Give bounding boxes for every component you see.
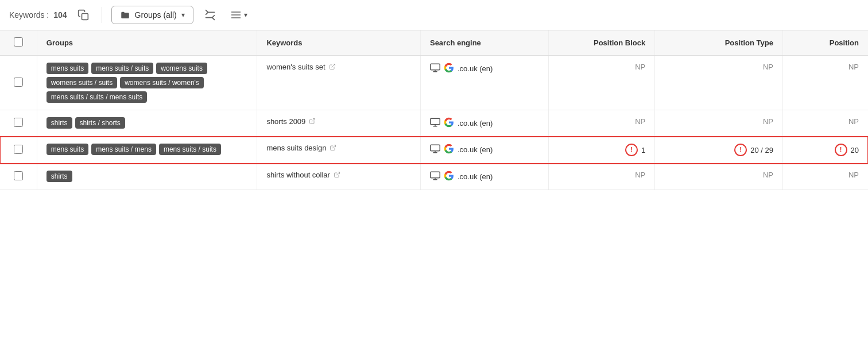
engine-info: .co.uk (en) xyxy=(430,144,539,156)
list-icon xyxy=(230,9,242,21)
monitor-icon xyxy=(430,118,440,129)
google-icon xyxy=(444,171,454,183)
row-keyword-cell: women's suits set xyxy=(257,56,421,110)
keyword-value: mens suits design xyxy=(266,144,326,152)
keywords-number: 104 xyxy=(53,10,67,20)
row-checkbox-1[interactable] xyxy=(14,118,23,127)
external-link-icon[interactable] xyxy=(330,144,336,152)
position-type-value: NP xyxy=(664,63,773,71)
keyword-text: women's suits set xyxy=(266,63,411,71)
svg-rect-17 xyxy=(431,172,440,178)
header-position-type: Position Type xyxy=(655,30,783,56)
row-position-type-cell: NP xyxy=(655,56,783,110)
row-groups-cell: mens suitsmens suits / suitswomens suits… xyxy=(37,56,257,110)
svg-line-4 xyxy=(332,64,335,67)
row-position-type-cell: !20 / 29 xyxy=(655,137,783,164)
list-view-button[interactable]: ▾ xyxy=(227,7,251,23)
table-header-row: Groups Keywords Search engine Position B… xyxy=(0,30,868,56)
header-position: Position xyxy=(782,30,868,56)
row-checkbox-cell xyxy=(0,110,37,137)
header-checkbox-cell xyxy=(0,30,37,56)
row-position-block-cell: NP xyxy=(548,56,655,110)
external-link-icon[interactable] xyxy=(329,63,336,71)
row-checkbox-0[interactable] xyxy=(14,78,23,87)
tag-badge[interactable]: womens suits xyxy=(156,63,207,74)
engine-info: .co.uk (en) xyxy=(430,63,539,75)
tag-badge[interactable]: womens suits / suits xyxy=(46,77,117,88)
position-value: NP xyxy=(792,117,859,126)
header-search-engine: Search engine xyxy=(420,30,548,56)
row-groups-cell: shirts xyxy=(37,164,257,190)
warning-icon: ! xyxy=(734,144,747,156)
row-checkbox-2[interactable] xyxy=(14,145,23,154)
svg-rect-9 xyxy=(431,118,440,125)
table-row: mens suitsmens suits / mensmens suits / … xyxy=(0,137,868,164)
keywords-table-wrapper: Groups Keywords Search engine Position B… xyxy=(0,30,868,190)
tag-badge[interactable]: shirts / shorts xyxy=(75,117,125,129)
table-row: shirtsshirts without collar .co.uk (en)N… xyxy=(0,164,868,190)
keywords-table: Groups Keywords Search engine Position B… xyxy=(0,30,868,190)
svg-line-12 xyxy=(332,145,336,148)
keyword-value: women's suits set xyxy=(266,63,325,71)
row-position-block-cell: NP xyxy=(548,164,655,190)
select-all-checkbox[interactable] xyxy=(14,37,23,47)
monitor-icon xyxy=(430,144,440,155)
keywords-text: Keywords : xyxy=(9,10,49,20)
position-type-value: 20 / 29 xyxy=(750,146,773,154)
row-checkbox-cell xyxy=(0,164,37,190)
position-value: NP xyxy=(792,63,859,71)
row-keyword-cell: shirts without collar xyxy=(257,164,421,190)
tag-badge[interactable]: mens suits xyxy=(46,63,88,74)
row-groups-cell: shirtsshirts / shorts xyxy=(37,110,257,137)
row-checkbox-cell xyxy=(0,137,37,164)
position-value: 20 xyxy=(851,146,859,154)
google-icon xyxy=(444,117,454,129)
external-link-icon[interactable] xyxy=(334,171,340,179)
engine-label: .co.uk (en) xyxy=(458,119,493,128)
header-groups: Groups xyxy=(37,30,257,56)
row-position-block-cell: !1 xyxy=(548,137,655,164)
position-block-value: NP xyxy=(558,117,646,126)
copy-button[interactable] xyxy=(74,7,92,23)
tag-badge[interactable]: shirts xyxy=(46,171,72,182)
external-link-icon[interactable] xyxy=(309,118,316,126)
monitor-icon xyxy=(430,171,440,182)
svg-rect-13 xyxy=(431,145,440,151)
tag-list: mens suitsmens suits / suitswomens suits… xyxy=(46,63,248,103)
row-position-type-cell: NP xyxy=(655,110,783,137)
svg-rect-5 xyxy=(431,64,440,70)
tag-badge[interactable]: shirts xyxy=(46,117,72,129)
tag-badge[interactable]: mens suits xyxy=(46,144,88,155)
header-position-block: Position Block xyxy=(548,30,655,56)
row-engine-cell: .co.uk (en) xyxy=(420,137,548,164)
tag-badge[interactable]: womens suits / women's xyxy=(120,77,204,88)
chevron-down-icon: ▾ xyxy=(181,11,185,19)
keywords-count-label: Keywords : 104 xyxy=(9,10,67,20)
tag-badge[interactable]: mens suits / suits xyxy=(91,63,153,74)
keyword-value: shorts 2009 xyxy=(266,117,305,126)
engine-label: .co.uk (en) xyxy=(458,145,493,154)
google-icon xyxy=(444,63,454,75)
tag-badge[interactable]: mens suits / mens xyxy=(91,144,156,155)
row-position-type-cell: NP xyxy=(655,164,783,190)
row-position-cell: NP xyxy=(782,56,868,110)
list-chevron-icon: ▾ xyxy=(244,11,247,19)
tag-badge[interactable]: mens suits / suits xyxy=(159,144,221,155)
row-checkbox-3[interactable] xyxy=(14,171,23,180)
copy-icon xyxy=(78,9,89,21)
row-engine-cell: .co.uk (en) xyxy=(420,110,548,137)
svg-line-8 xyxy=(312,118,315,122)
folder-icon xyxy=(120,10,130,20)
toolbar: Keywords : 104 Groups (all) ▾ ▾ xyxy=(0,0,868,30)
position-with-warning: !20 xyxy=(792,144,859,156)
toolbar-divider xyxy=(102,7,102,23)
svg-rect-0 xyxy=(82,14,88,20)
tag-badge[interactable]: mens suits / suits / mens suits xyxy=(46,91,147,103)
position-block-value: 1 xyxy=(641,146,645,154)
row-position-cell: NP xyxy=(782,164,868,190)
row-keyword-cell: shorts 2009 xyxy=(257,110,421,137)
tag-list: shirts xyxy=(46,171,248,182)
groups-dropdown-button[interactable]: Groups (all) ▾ xyxy=(111,6,193,24)
transfer-button[interactable] xyxy=(200,6,220,24)
position-type-with-warning: !20 / 29 xyxy=(664,144,773,156)
